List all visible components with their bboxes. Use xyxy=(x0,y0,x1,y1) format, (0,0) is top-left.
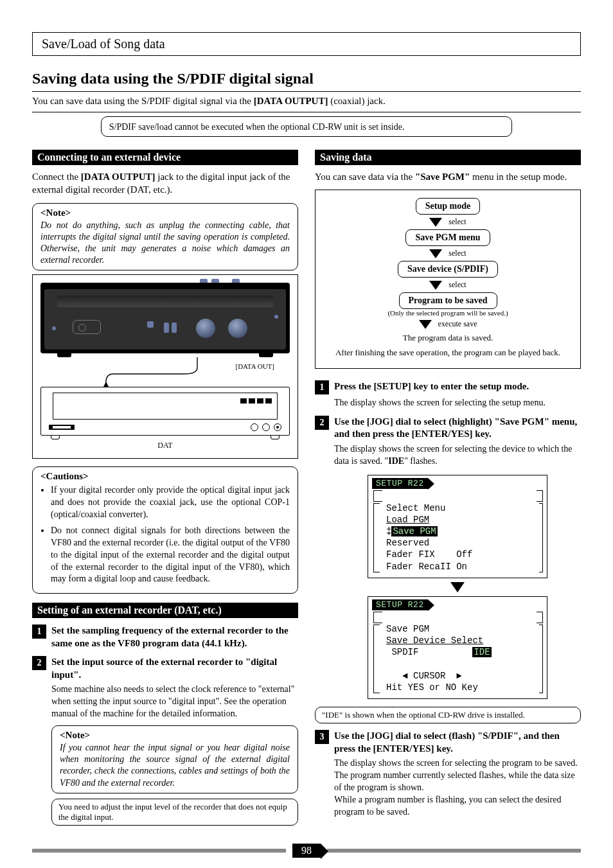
cautions-title: <Cautions> xyxy=(40,471,290,482)
right-step2-body-b: IDE xyxy=(388,456,404,466)
right-step1-body: The display shows the screen for selecti… xyxy=(334,397,581,409)
right-step2-body: The display shows the screen for selecti… xyxy=(334,443,581,468)
section-title-box: Save/Load of Song data xyxy=(32,32,581,56)
intro-note: S/PDIF save/load cannot be executed when… xyxy=(109,122,405,132)
right-step2-text: Use the [JOG] dial to select (highlight)… xyxy=(334,416,581,441)
left-step-1: 1 Set the sampling frequency of the exte… xyxy=(32,624,298,650)
dat-btn xyxy=(265,398,272,403)
section-title: Save/Load of Song data xyxy=(42,37,165,51)
nav-arrow-row: execute save xyxy=(326,319,570,329)
lcd-line: SPDIF xyxy=(386,647,472,657)
dat-unit-image xyxy=(40,387,290,436)
dat-display xyxy=(53,393,278,420)
vf-knob xyxy=(228,319,247,338)
lcd-line: Select Menu xyxy=(386,503,445,513)
right-step3a: Use the [JOG] dial to select (flash) " xyxy=(334,731,483,741)
nav-node-setup: Setup mode xyxy=(416,198,480,215)
lcd-line: Fader FIX Off xyxy=(386,549,472,560)
left-note-title: <Note> xyxy=(40,208,290,218)
down-arrow-icon xyxy=(429,249,442,258)
dat-foot xyxy=(271,436,280,439)
lcd-stack: SETUP R22 Select Menu Load PGM ‡Save PGM… xyxy=(334,472,581,702)
left-note-body: Do not do anything, such as unplug the c… xyxy=(40,220,290,267)
right-step3-body: The display shows the screen for selecti… xyxy=(334,757,581,818)
page-number-badge: 98 xyxy=(292,844,321,858)
intro-mid-bold: [DATA OUTPUT] xyxy=(254,96,328,106)
left-cautions-box: <Cautions> If your digital recorder only… xyxy=(32,466,298,594)
right-p1a: You can save data via the xyxy=(315,172,415,182)
dat-circle-dot xyxy=(274,423,281,431)
lcd-line: Hit YES or NO Key xyxy=(386,682,478,693)
page-number-line xyxy=(327,849,581,853)
cautions-list: If your digital recorder only provide th… xyxy=(40,484,290,585)
nav-arrow-row: select xyxy=(326,280,570,290)
lcd-line-inverted: Save PGM xyxy=(391,526,437,536)
dat-btn xyxy=(249,398,255,403)
intro-rule xyxy=(32,112,581,112)
vf-small xyxy=(172,323,177,333)
intro-note-box: S/PDIF save/load cannot be executed when… xyxy=(101,116,513,137)
dat-buttons xyxy=(240,398,272,403)
main-heading-row: Saving data using the S/PDIF digital sig… xyxy=(32,70,581,87)
dat-foot xyxy=(51,436,60,439)
intro-text: You can save data using the S/PDIF digit… xyxy=(32,96,386,107)
left-note-box: <Note> Do not do anything, such as unplu… xyxy=(32,203,298,271)
vf-dot-right xyxy=(274,315,278,319)
left-p1a: Connect the xyxy=(32,172,81,182)
cable-wrap: [DATA OUT] xyxy=(40,357,290,387)
right-step-3: 3 Use the [JOG] dial to select (flash) "… xyxy=(315,730,581,755)
caution-item: Do not connect digital signals for both … xyxy=(51,525,290,585)
intro-right: (coaxial) jack. xyxy=(328,96,386,106)
lcd-line: Fader RecaII On xyxy=(386,562,467,572)
vf-screen xyxy=(73,320,101,334)
nav-desc-1: The program data is saved. xyxy=(326,333,570,343)
lcd-line: Load PGM xyxy=(386,515,429,525)
columns: Connecting to an external device Connect… xyxy=(32,150,581,831)
nav-desc-2: After finishing the save operation, the … xyxy=(326,348,570,358)
lcd-line: Save Device Select xyxy=(386,635,483,646)
right-step3-text: Use the [JOG] dial to select (flash) "S/… xyxy=(334,730,581,755)
right-step2-body-c: " flashes. xyxy=(404,456,438,466)
right-bar-saving: Saving data xyxy=(315,150,581,165)
dat-circle xyxy=(251,423,258,431)
left-p1: Connect the [DATA OUTPUT] jack to the di… xyxy=(32,170,298,197)
lcd-title: SETUP R22 xyxy=(372,478,428,489)
nav-diagram: Setup mode select Save PGM menu select S… xyxy=(315,190,581,369)
bracket-icon xyxy=(537,490,543,502)
page: Save/Load of Song data Saving data using… xyxy=(0,0,613,868)
right-column: Saving data You can save data via the "S… xyxy=(315,150,581,831)
step-number-icon: 2 xyxy=(315,416,329,430)
left-note2-title: <Note> xyxy=(60,730,290,741)
bracket-icon xyxy=(373,490,382,502)
lcd-screen-select-menu: SETUP R22 Select Menu Load PGM ‡Save PGM… xyxy=(368,475,547,578)
nav-arrow-label: select xyxy=(449,280,466,290)
right-step3b: S/PDIF xyxy=(483,731,513,741)
lcd-line: Save PGM xyxy=(386,624,429,634)
step-number-icon: 3 xyxy=(315,730,329,744)
bracket-icon xyxy=(373,503,380,572)
nav-arrow-label: select xyxy=(449,249,466,258)
nav-arrow-label: execute save xyxy=(438,319,477,329)
bracket-icon xyxy=(373,624,380,693)
left-p1b: [DATA OUTPUT] xyxy=(81,172,155,182)
main-heading: Saving data using the S/PDIF digital sig… xyxy=(32,70,314,87)
svg-marker-0 xyxy=(103,382,109,387)
dat-feet xyxy=(40,436,290,439)
right-step-1: 1 Press the [SETUP] key to enter the set… xyxy=(315,380,581,394)
right-mid-note: "IDE" is shown when the optional CD-RW d… xyxy=(315,707,581,723)
lcd-ide-inverted: IDE xyxy=(472,647,491,657)
caution-item: If your digital recorder only provide th… xyxy=(51,484,290,521)
intro-line: You can save data using the S/PDIF digit… xyxy=(32,92,581,112)
step-number-icon: 1 xyxy=(315,380,329,394)
down-arrow-icon xyxy=(429,218,442,227)
bracket-icon xyxy=(373,612,382,623)
nav-node-program: Program to be saved xyxy=(399,292,497,309)
dat-slot xyxy=(49,425,75,430)
vf-small xyxy=(164,323,169,333)
vf80-unit-image xyxy=(40,283,290,353)
left-step1-text: Set the sampling frequency of the extern… xyxy=(51,624,298,650)
bracket-icon xyxy=(539,624,543,693)
vf-panel xyxy=(57,296,273,307)
left-column: Connecting to an external device Connect… xyxy=(32,150,298,831)
lcd-screen-save-device: SETUP R22 Save PGM Save Device Select SP… xyxy=(368,596,547,699)
